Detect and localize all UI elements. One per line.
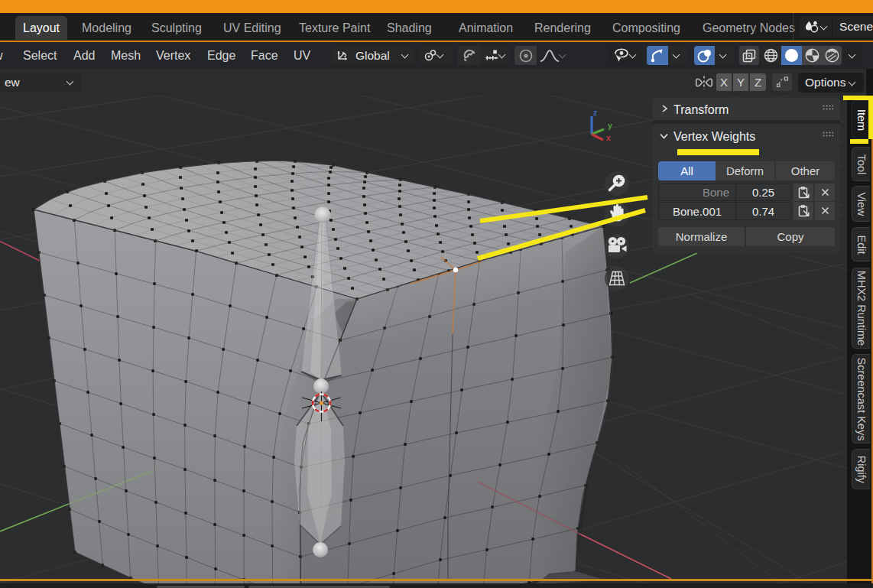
svg-text:x: x [606,133,611,142]
svg-text:z: z [593,108,597,117]
svg-text:y: y [608,121,612,130]
